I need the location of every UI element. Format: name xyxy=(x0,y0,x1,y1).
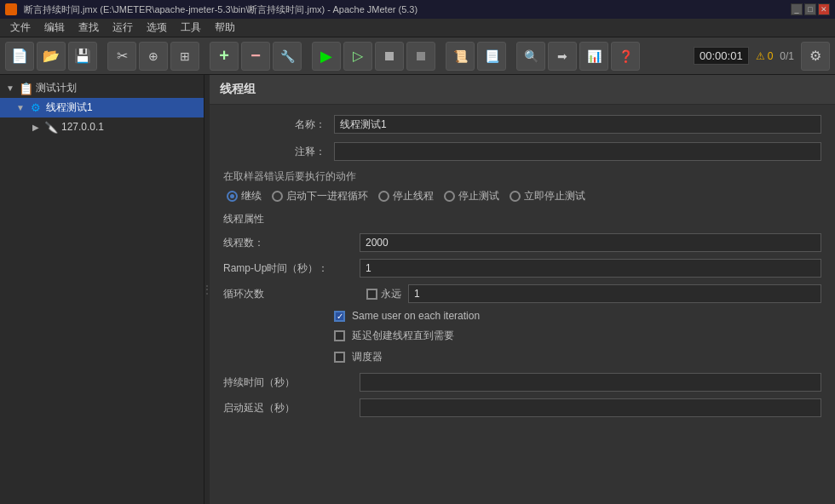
thread-count-input[interactable] xyxy=(360,233,821,252)
thread-props-title: 线程属性 xyxy=(223,212,821,226)
radio-continue[interactable]: 继续 xyxy=(227,189,262,203)
toolbar: 📄 📂 💾 ✂ ⊕ ⊞ + − 🔧 ▶ ▷ ⏹ ⏹ 📜 📃 🔍 ➡ 📊 ❓ 00… xyxy=(0,37,835,75)
toolbar-help-button[interactable]: ❓ xyxy=(611,42,640,71)
toolbar-save-button[interactable]: 💾 xyxy=(68,42,97,71)
toolbar-cut-button[interactable]: ✂ xyxy=(107,42,136,71)
menu-find[interactable]: 查找 xyxy=(72,19,106,37)
radio-circle-stop-thread xyxy=(378,191,389,202)
start-delay-input[interactable] xyxy=(360,398,821,417)
thread-group-icon: ⚙ xyxy=(29,101,43,115)
expand-icon-thread: ▼ xyxy=(15,103,26,112)
close-button[interactable]: ✕ xyxy=(818,3,830,15)
radio-stop-test-label: 停止测试 xyxy=(458,189,499,203)
toolbar-script1-button[interactable]: 📜 xyxy=(446,42,475,71)
menu-options[interactable]: 选项 xyxy=(140,19,174,37)
error-section-title: 在取样器错误后要执行的动作 xyxy=(223,169,821,184)
radio-stop-thread-label: 停止线程 xyxy=(393,189,434,203)
menu-edit[interactable]: 编辑 xyxy=(37,19,72,37)
toolbar-paste-button[interactable]: ⊞ xyxy=(170,42,199,71)
radio-stop-thread[interactable]: 停止线程 xyxy=(378,189,434,203)
name-label: 名称： xyxy=(223,117,334,132)
scheduler-box xyxy=(334,352,345,363)
loop-forever-label: 永远 xyxy=(381,287,401,301)
menu-bar: 文件 编辑 查找 运行 选项 工具 帮助 xyxy=(0,19,835,37)
counter-display: 0/1 xyxy=(780,50,794,62)
thread-group-label: 线程测试1 xyxy=(46,100,93,115)
loop-forever-checkbox[interactable]: 永远 xyxy=(366,287,401,301)
loop-forever-box xyxy=(366,289,377,300)
expand-icon: ▼ xyxy=(5,83,15,93)
app-icon xyxy=(5,3,17,15)
menu-tools[interactable]: 工具 xyxy=(174,19,208,37)
warning-area: ⚠ 0 xyxy=(756,50,774,62)
toolbar-stop-all-button[interactable]: ⏹ xyxy=(406,42,435,71)
menu-file[interactable]: 文件 xyxy=(3,19,37,37)
duration-row: 持续时间（秒） xyxy=(223,373,821,392)
radio-stop-now[interactable]: 立即停止测试 xyxy=(510,189,585,203)
delay-create-row: 延迟创建线程直到需要 xyxy=(223,329,821,343)
window-controls: _ □ ✕ xyxy=(791,3,830,15)
toolbar-config-button[interactable]: 🔧 xyxy=(273,42,302,71)
toolbar-arrow-button[interactable]: ➡ xyxy=(548,42,577,71)
toolbar-open-button[interactable]: 📂 xyxy=(37,42,66,71)
sidebar-item-thread-group[interactable]: ▼ ⚙ 线程测试1 xyxy=(0,98,204,117)
timer-area: 00:00:01 ⚠ 0 0/1 ⚙ xyxy=(694,42,830,71)
radio-start-next[interactable]: 启动下一进程循环 xyxy=(272,189,368,203)
warning-count: 0 xyxy=(768,50,774,62)
loop-label: 循环次数 xyxy=(223,287,360,301)
radio-continue-label: 继续 xyxy=(241,189,262,203)
title-bar: 断言持续时间.jmx (E:\JMETER\apache-jmeter-5.3\… xyxy=(0,0,835,19)
name-input[interactable] xyxy=(334,115,821,134)
toolbar-script2-button[interactable]: 📃 xyxy=(477,42,506,71)
name-row: 名称： xyxy=(223,115,821,134)
toolbar-search-button[interactable]: 🔍 xyxy=(516,42,545,71)
duration-input[interactable] xyxy=(360,373,821,392)
radio-start-next-label: 启动下一进程循环 xyxy=(286,189,368,203)
same-user-row: ✓ Same user on each iteration xyxy=(223,310,821,322)
toolbar-table-button[interactable]: 📊 xyxy=(579,42,608,71)
warning-icon: ⚠ xyxy=(756,50,765,62)
toolbar-copy-button[interactable]: ⊕ xyxy=(139,42,168,71)
thread-count-row: 线程数： xyxy=(223,233,821,252)
expand-icon-node: ▶ xyxy=(31,123,41,132)
error-radio-group: 继续 启动下一进程循环 停止线程 停止测试 xyxy=(223,189,821,203)
error-action-section: 在取样器错误后要执行的动作 继续 启动下一进程循环 停止线程 xyxy=(223,169,821,203)
delay-create-checkbox[interactable]: 延迟创建线程直到需要 xyxy=(334,329,454,343)
sidebar-item-node[interactable]: ▶ 🔪 127.0.0.1 xyxy=(0,117,204,136)
sidebar-item-test-plan[interactable]: ▼ 📋 测试计划 xyxy=(0,78,204,98)
duration-label: 持续时间（秒） xyxy=(223,375,360,390)
rampup-input[interactable] xyxy=(360,259,821,278)
comment-input[interactable] xyxy=(334,142,821,161)
scheduler-checkbox[interactable]: 调度器 xyxy=(334,350,383,364)
radio-circle-stop-test xyxy=(444,191,455,202)
toolbar-new-button[interactable]: 📄 xyxy=(5,42,34,71)
menu-help[interactable]: 帮助 xyxy=(208,19,242,37)
radio-circle-continue xyxy=(227,191,238,202)
rampup-label: Ramp-Up时间（秒）： xyxy=(223,261,360,276)
timer-display: 00:00:01 xyxy=(694,47,749,65)
toolbar-settings-button[interactable]: ⚙ xyxy=(801,42,830,71)
panel-title: 线程组 xyxy=(210,75,835,105)
same-user-checkbox[interactable]: ✓ Same user on each iteration xyxy=(334,310,480,322)
test-plan-label: 测试计划 xyxy=(36,81,77,95)
minimize-button[interactable]: _ xyxy=(791,3,803,15)
menu-run[interactable]: 运行 xyxy=(106,19,140,37)
radio-stop-test[interactable]: 停止测试 xyxy=(444,189,499,203)
toolbar-add-button[interactable]: + xyxy=(210,42,239,71)
node-label: 127.0.0.1 xyxy=(61,121,104,133)
radio-circle-stop-now xyxy=(510,191,521,202)
radio-stop-now-label: 立即停止测试 xyxy=(524,189,585,203)
scheduler-label: 调度器 xyxy=(352,350,383,364)
sidebar: ▼ 📋 测试计划 ▼ ⚙ 线程测试1 ▶ 🔪 127.0.0.1 xyxy=(0,75,204,504)
maximize-button[interactable]: □ xyxy=(804,3,816,15)
node-icon: 🔪 xyxy=(44,120,58,134)
loop-row: 循环次数 永远 xyxy=(223,284,821,303)
scheduler-row: 调度器 xyxy=(223,350,821,364)
start-delay-label: 启动延迟（秒） xyxy=(223,401,360,415)
toolbar-remove-button[interactable]: − xyxy=(241,42,270,71)
toolbar-play-single-button[interactable]: ▷ xyxy=(343,42,372,71)
toolbar-play-button[interactable]: ▶ xyxy=(312,42,341,71)
loop-count-input[interactable] xyxy=(408,284,821,303)
radio-circle-start-next xyxy=(272,191,283,202)
toolbar-stop-button[interactable]: ⏹ xyxy=(375,42,404,71)
